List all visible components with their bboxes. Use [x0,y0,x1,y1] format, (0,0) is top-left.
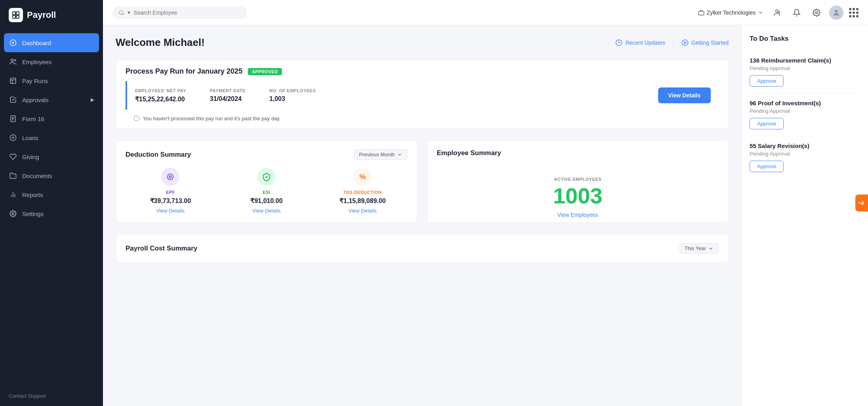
investment-approve-button[interactable]: Approve [750,118,784,129]
getting-started-button[interactable]: Getting Started [681,39,729,46]
sidebar-item-form16-label: Form 16 [22,116,44,122]
svg-point-5 [12,42,14,44]
notifications-button[interactable] [790,6,804,20]
sidebar-item-dashboard[interactable]: Dashboard [4,33,99,52]
sidebar-item-documents[interactable]: Documents [0,166,103,185]
sidebar-item-employees[interactable]: Employees [0,52,103,71]
todo-item-investment: 96 Proof of Investment(s) Pending Approv… [750,93,860,136]
pay-run-status-badge: APPROVED [248,68,282,75]
svg-line-23 [123,13,124,15]
company-selector[interactable]: Zylker Technologies [698,9,763,16]
sidebar-item-form16[interactable]: Form 16 [0,109,103,128]
svg-rect-1 [16,12,19,15]
deduction-tds: % TDS DEDUCTION ₹1,15,89,089.00 View Det… [318,168,407,214]
getting-started-icon [681,39,689,46]
todo-title: To Do Tasks [750,35,860,43]
pay-run-header: Process Pay Run for January 2025 APPROVE… [116,60,728,81]
tds-label: TDS DEDUCTION [318,190,407,195]
svg-point-22 [120,10,123,14]
payroll-cost-chevron-icon [708,246,714,251]
payroll-cost-filter-label: This Year [685,245,706,251]
employee-summary-body: ACTIVE EMPLOYEES 1003 View Employees [437,165,719,230]
pay-run-employees-count: NO. OF EMPLOYEES 1,003 [269,88,316,102]
svg-rect-3 [16,15,19,18]
pay-run-net-pay-value: ₹15,25,22,642.00 [135,95,186,103]
recent-updates-button[interactable]: Recent Updates [615,39,665,46]
app-logo[interactable]: Payroll [0,0,103,30]
deduction-items: EPF ₹39,73,713.00 View Details [126,168,407,214]
recent-updates-icon [615,39,622,46]
payroll-cost-card: Payroll Cost Summary This Year [116,234,729,263]
tds-icon: % [354,168,372,186]
topbar: ▾ Zylker Technologies [103,0,868,25]
welcome-actions: Recent Updates Getting Started [615,39,729,47]
approvals-arrow-icon: ▶ [91,97,94,102]
sidebar-nav: Dashboard Employees Pay Runs [0,30,103,386]
reimbursement-title: 136 Reimbursement Claim(s) [750,57,860,64]
contact-support[interactable]: Contact Support [0,386,103,406]
sidebar-item-giving-label: Giving [22,154,39,160]
view-employees-link[interactable]: View Employees [557,212,598,218]
pay-run-date-value: 31/04/2024 [210,95,246,102]
payroll-cost-filter-button[interactable]: This Year [680,243,719,254]
pay-run-employees-value: 1,003 [269,95,316,102]
svg-rect-8 [10,78,16,83]
avatar[interactable] [829,6,843,20]
esi-label: ESI [222,190,312,195]
sidebar-item-approvals[interactable]: Approvals ▶ [0,90,103,109]
sidebar-item-loans[interactable]: Loans [0,128,103,147]
sidebar-item-approvals-label: Approvals [22,97,49,103]
sidebar-item-employees-label: Employees [22,59,51,65]
search-wrapper[interactable]: ▾ [112,6,247,19]
dashboard-icon [9,38,17,47]
main-area: ▾ Zylker Technologies [103,0,868,406]
apps-grid-button[interactable] [849,8,858,17]
topbar-icons [770,6,858,20]
right-panel: To Do Tasks 136 Reimbursement Claim(s) P… [741,25,868,406]
view-details-button[interactable]: View Details [658,87,711,103]
getting-started-label: Getting Started [691,40,729,46]
sidebar-item-settings[interactable]: Settings [0,204,103,223]
recent-updates-label: Recent Updates [625,40,665,46]
help-button[interactable]: ? [855,195,868,212]
form16-icon [9,114,17,123]
sidebar-item-giving[interactable]: Giving [0,147,103,166]
svg-point-7 [15,60,16,61]
tds-view-link[interactable]: View Details [318,208,407,214]
active-employees-count: 1003 [553,185,603,207]
giving-icon [9,152,17,161]
approvals-icon [9,95,17,104]
sidebar-item-dashboard-label: Dashboard [22,40,51,46]
svg-point-29 [835,9,838,12]
sidebar-item-pay-runs-label: Pay Runs [22,78,48,84]
warning-text: You haven't processed this pay run and i… [143,116,281,121]
sidebar-item-pay-runs[interactable]: Pay Runs [0,71,103,90]
investment-subtitle: Pending Approval [750,108,860,114]
esi-view-link[interactable]: View Details [222,208,312,214]
deduction-filter-chevron-icon [397,152,402,157]
svg-point-28 [816,11,818,13]
avatar-icon [832,8,841,17]
epf-view-link[interactable]: View Details [126,208,215,214]
summary-section: Deduction Summary Previous Month [116,140,729,223]
settings-icon [9,209,17,218]
salary-revision-subtitle: Pending Approval [750,151,860,157]
deduction-filter-button[interactable]: Previous Month [354,149,407,160]
main-content: Welcome Michael! Recent Updates Getting … [103,25,741,406]
salary-revision-title: 55 Salary Revision(s) [750,142,860,149]
settings-button[interactable] [809,6,824,20]
salary-revision-approve-button[interactable]: Approve [750,161,784,172]
esi-value: ₹91,010.00 [222,197,312,205]
payroll-cost-header: Payroll Cost Summary This Year [126,243,719,254]
search-dropdown[interactable]: ▾ [128,9,130,15]
search-input[interactable] [133,9,241,16]
pay-run-payment-date: PAYMENT DATE 31/04/2024 [210,88,246,102]
reimbursement-approve-button[interactable]: Approve [750,75,784,87]
divider [673,39,674,47]
epf-icon [161,168,179,186]
add-user-button[interactable] [770,6,784,20]
company-name: Zylker Technologies [707,9,756,16]
sidebar-item-reports[interactable]: Reports [0,185,103,204]
pay-run-body: EMPLOYEES' NET PAY ₹15,25,22,642.00 PAYM… [126,81,719,110]
investment-title: 96 Proof of Investment(s) [750,100,860,106]
